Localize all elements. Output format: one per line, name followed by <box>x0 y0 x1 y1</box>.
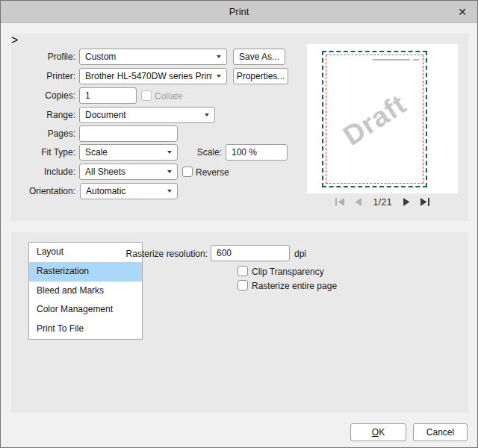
copies-label: Copies: <box>10 90 75 101</box>
rasterize-entire-page-checkbox[interactable] <box>238 280 248 290</box>
printer-value: Brother HL-5470DW series Printer <box>85 71 212 81</box>
dialog-title: Print <box>229 6 249 17</box>
clip-transparency-label: Clip Transparency <box>252 267 324 277</box>
pages-input[interactable] <box>79 125 178 142</box>
chevron-down-icon <box>167 170 172 173</box>
cancel-button[interactable]: Cancel <box>413 423 468 441</box>
chevron-down-icon <box>205 113 209 116</box>
sidebar-item-print-to-file[interactable]: Print To File <box>29 320 142 339</box>
chevron-down-icon <box>167 151 172 154</box>
next-page-icon[interactable] <box>402 196 413 207</box>
orientation-dropdown[interactable]: Automatic <box>80 183 178 199</box>
ok-button[interactable]: OK <box>350 423 406 441</box>
printer-label: Printer: <box>10 71 75 81</box>
preview-navigation: 1/21 <box>307 194 458 209</box>
save-as-label: Save As... <box>239 52 279 62</box>
rasterize-entire-page-label: Rasterize entire page <box>252 281 337 291</box>
first-page-icon[interactable] <box>334 196 345 207</box>
profile-label: Profile: <box>10 52 75 62</box>
dpi-unit-label: dpi <box>294 249 306 259</box>
scale-label: Scale: <box>180 147 222 158</box>
include-dropdown[interactable]: All Sheets <box>79 164 178 180</box>
fit-type-label: Fit Type: <box>10 147 75 158</box>
reverse-checkbox[interactable] <box>182 167 193 177</box>
close-icon[interactable]: ✕ <box>450 1 474 23</box>
orientation-value: Automatic <box>86 186 163 196</box>
sidebar-item-bleed-and-marks[interactable]: Bleed and Marks <box>29 281 142 301</box>
fit-type-dropdown[interactable]: Scale <box>79 144 178 161</box>
collate-label: Collate <box>155 91 182 102</box>
profile-value: Custom <box>85 52 212 62</box>
include-value: All Sheets <box>85 167 163 177</box>
last-page-icon[interactable] <box>420 196 431 207</box>
copies-input[interactable] <box>79 87 137 104</box>
rasterize-resolution-label: Rasterize resolution: <box>113 249 208 259</box>
cancel-label: Cancel <box>426 427 454 438</box>
range-dropdown[interactable]: Document <box>79 107 215 123</box>
sidebar-item-rasterization[interactable]: Rasterization <box>29 262 142 281</box>
title-bar: Print ✕ <box>1 1 477 23</box>
chevron-down-icon <box>217 75 221 78</box>
print-preview: Draft <box>307 44 458 193</box>
preview-page: Draft <box>322 51 427 187</box>
page-indicator: 1/21 <box>373 196 391 208</box>
reverse-label: Reverse <box>196 167 229 178</box>
properties-button[interactable]: Properties... <box>233 68 288 84</box>
rasterize-resolution-input[interactable] <box>211 245 290 261</box>
previous-page-icon[interactable] <box>352 196 363 207</box>
chevron-down-icon <box>167 190 172 193</box>
include-label: Include: <box>10 167 75 177</box>
save-as-button[interactable]: Save As... <box>233 49 285 65</box>
profile-dropdown[interactable]: Custom <box>79 49 227 65</box>
orientation-label: Orientation: <box>10 186 75 196</box>
printer-dropdown[interactable]: Brother HL-5470DW series Printer <box>79 68 227 84</box>
print-dialog: Print ✕ > Profile: Custom Save As... Pri… <box>0 0 478 448</box>
sidebar-item-color-management[interactable]: Color Management <box>29 300 142 320</box>
clip-transparency-checkbox[interactable] <box>238 266 248 276</box>
range-value: Document <box>85 110 200 120</box>
fit-type-value: Scale <box>85 147 163 158</box>
properties-label: Properties... <box>237 71 285 81</box>
chevron-down-icon <box>217 55 221 58</box>
pages-label: Pages: <box>10 128 75 139</box>
collate-checkbox[interactable] <box>141 90 152 101</box>
range-label: Range: <box>10 110 75 120</box>
scale-input[interactable] <box>226 144 288 161</box>
page-header-text <box>373 59 419 60</box>
ok-label: OK <box>372 427 385 438</box>
